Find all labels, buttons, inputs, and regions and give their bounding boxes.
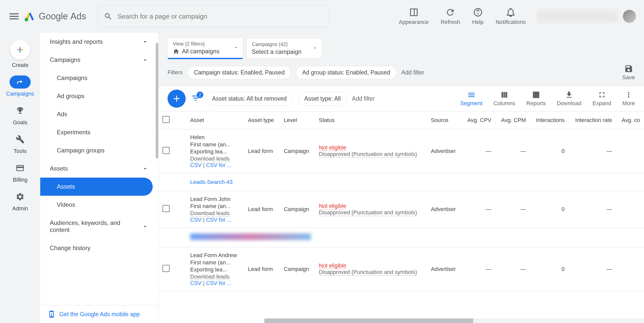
campaign-group-row: Leads-Search-43 (158, 173, 644, 191)
rail-billing[interactable]: Billing (10, 162, 31, 183)
table-row: Lead Form John First name (an... Downloa… (158, 191, 644, 228)
menu-button[interactable] (8, 10, 20, 22)
sidebar-scrollbar[interactable] (156, 33, 158, 323)
sidebar-assets-group[interactable]: Assets (40, 159, 158, 178)
csv-for-link[interactable]: CSV for ... (206, 162, 231, 168)
assets-table: Asset Asset type Level Status Source Avg… (158, 111, 644, 291)
tools-icon (16, 135, 25, 144)
csv-for-link[interactable]: CSV for ... (206, 217, 231, 223)
download-leads-link[interactable]: Download leads (190, 210, 230, 217)
avatar[interactable] (623, 10, 636, 23)
sidebar-item-experiments[interactable]: Experiments (40, 123, 153, 141)
asset-cell[interactable]: Lead Form John First name (an... Downloa… (186, 191, 244, 228)
logo[interactable]: Google Ads (24, 11, 86, 22)
account-area[interactable] (537, 10, 636, 23)
campaign-group-link-blurred[interactable] (190, 233, 311, 240)
plus-icon (172, 94, 182, 104)
col-interaction-rate[interactable]: Interaction rate (569, 111, 616, 129)
sidebar-insights[interactable]: Insights and reports (40, 33, 158, 51)
row-checkbox[interactable] (163, 205, 170, 212)
sidebar-change-history[interactable]: Change history (40, 239, 158, 257)
sidebar-item-videos[interactable]: Videos (40, 196, 153, 214)
asset-cell[interactable]: Helen First name (an... Exporting lea...… (186, 129, 244, 173)
csv-link[interactable]: CSV (190, 280, 202, 286)
horizontal-scrollbar[interactable] (264, 318, 644, 323)
status-cell: Not eligible Disapproved (Punctuation an… (315, 191, 427, 228)
selectors-row: View (2 filters) All campaigns Campaigns… (158, 33, 644, 59)
refresh-button[interactable]: Refresh (441, 7, 460, 25)
megaphone-icon (16, 77, 25, 87)
download-leads-link[interactable]: Download leads (190, 273, 230, 280)
add-filter-link[interactable]: Add filter (401, 69, 424, 76)
search-input[interactable] (117, 13, 323, 20)
col-status[interactable]: Status (315, 111, 427, 129)
filter-chip-adgroup-status[interactable]: Ad group status: Enabled, Paused (296, 66, 396, 79)
caret-down-icon (234, 45, 239, 51)
toolbar-add-filter[interactable]: Add filter (352, 95, 375, 102)
filters-row: Filters Campaign status: Enabled, Paused… (158, 59, 644, 86)
col-asset[interactable]: Asset (186, 111, 244, 129)
save-button[interactable]: Save (622, 64, 635, 81)
chevron-down-icon (142, 38, 149, 45)
filters-label: Filters (168, 69, 183, 76)
rail-create[interactable]: Create (10, 40, 30, 68)
sidebar-item-campaign-groups[interactable]: Campaign groups (40, 141, 153, 159)
filter-toggle-button[interactable]: 2 (191, 93, 201, 104)
appearance-button[interactable]: Appearance (399, 7, 429, 25)
help-icon (473, 7, 483, 17)
download-leads-link[interactable]: Download leads (190, 155, 230, 162)
rail-campaigns[interactable]: Campaigns (6, 75, 34, 97)
download-button[interactable]: Download (557, 91, 581, 107)
trophy-icon (16, 106, 25, 115)
col-cpm[interactable]: Avg. CPM (495, 111, 530, 129)
asset-cell[interactable]: Lead Form Andrew First name (an... Expor… (186, 247, 244, 291)
create-fab[interactable] (10, 40, 30, 60)
asset-type-chip[interactable]: Asset type: All (298, 92, 347, 105)
col-avg-co[interactable]: Avg. co (616, 111, 644, 129)
filter-chip-campaign-status[interactable]: Campaign status: Enabled, Paused (188, 66, 291, 79)
notifications-button[interactable]: Notifications (496, 7, 526, 25)
rail-tools[interactable]: Tools (10, 133, 31, 154)
hamburger-icon (8, 10, 20, 22)
google-ads-logo-icon (24, 11, 35, 22)
view-selector[interactable]: View (2 filters) All campaigns (168, 38, 243, 59)
rail-goals[interactable]: Goals (10, 104, 31, 126)
refresh-icon (445, 7, 455, 17)
sidebar-item-assets[interactable]: Assets (40, 178, 153, 196)
csv-link[interactable]: CSV (190, 217, 202, 223)
add-asset-button[interactable] (168, 90, 186, 108)
col-cpv[interactable]: Avg. CPV (462, 111, 495, 129)
rail-admin[interactable]: Admin (10, 190, 31, 212)
credit-card-icon (16, 164, 25, 173)
sidebar-audiences[interactable]: Audiences, keywords, and content (40, 214, 158, 239)
sidebar-item-campaigns[interactable]: Campaigns (40, 69, 153, 87)
more-button[interactable]: More (622, 91, 635, 107)
sidebar-campaigns-group[interactable]: Campaigns (40, 51, 158, 69)
expand-button[interactable]: Expand (592, 91, 611, 107)
col-interactions[interactable]: Interactions (530, 111, 569, 129)
download-icon (565, 91, 573, 99)
table-row: Helen First name (an... Exporting lea...… (158, 129, 644, 173)
search-box[interactable] (98, 6, 329, 27)
csv-link[interactable]: CSV (190, 162, 202, 168)
table-header-row: Asset Asset type Level Status Source Avg… (158, 111, 644, 129)
segment-button[interactable]: Segment (460, 91, 482, 107)
csv-for-link[interactable]: CSV for ... (206, 280, 231, 286)
row-checkbox[interactable] (163, 265, 170, 272)
campaign-group-link[interactable]: Leads-Search-43 (190, 179, 233, 185)
help-button[interactable]: Help (472, 7, 484, 25)
sidebar-item-adgroups[interactable]: Ad groups (40, 87, 153, 105)
reports-icon (532, 91, 540, 99)
row-checkbox[interactable] (163, 147, 170, 154)
bell-icon (506, 7, 516, 17)
col-level[interactable]: Level (280, 111, 315, 129)
sidebar-item-ads[interactable]: Ads (40, 105, 153, 123)
col-asset-type[interactable]: Asset type (244, 111, 280, 129)
columns-button[interactable]: Columns (494, 91, 515, 107)
sidebar-mobile-app-link[interactable]: Get the Google Ads mobile app (40, 305, 158, 323)
col-source[interactable]: Source (427, 111, 462, 129)
asset-status-chip[interactable]: Asset status: All but removed (206, 92, 293, 105)
campaign-selector[interactable]: Campaigns (42) Select a campaign (247, 38, 322, 59)
reports-button[interactable]: Reports (526, 91, 546, 107)
select-all-checkbox[interactable] (163, 116, 170, 123)
